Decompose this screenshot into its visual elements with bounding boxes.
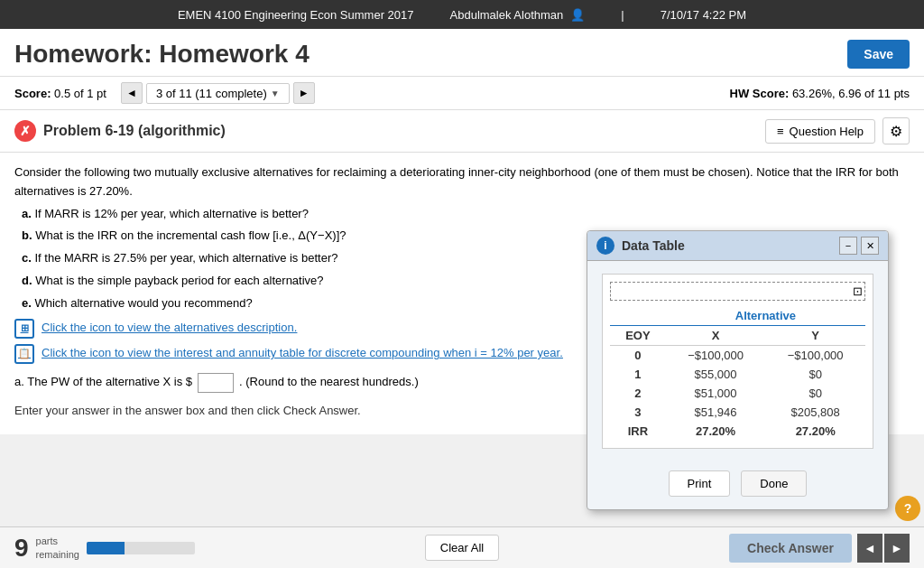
question-help-button[interactable]: ≡ Question Help	[765, 119, 875, 144]
page-title: Homework: Homework 4	[14, 40, 310, 69]
problem-status-icon: ✗	[14, 120, 36, 142]
eoy-col-header	[610, 306, 666, 326]
nav-label[interactable]: 3 of 11 (11 complete) ▼	[146, 83, 290, 104]
course-title: EMEN 4100 Engineering Econ Summer 2017	[178, 8, 414, 22]
y-1: $0	[765, 365, 865, 384]
top-bar: EMEN 4100 Engineering Econ Summer 2017 A…	[0, 0, 924, 29]
score-label: Score: 0.5 of 1 pt	[14, 87, 106, 100]
gear-icon: ⚙	[890, 123, 902, 140]
y-header: Y	[765, 326, 865, 346]
user-info: Abdulmalek Alothman 👤	[450, 8, 586, 22]
alternative-header: Alternative	[666, 306, 865, 326]
clear-all-button[interactable]: Clear All	[425, 535, 499, 561]
user-icon: 👤	[570, 8, 585, 22]
y-2: $0	[765, 384, 865, 403]
list-icon: ≡	[777, 125, 784, 138]
table-row: 0 −$100,000 −$100,000	[610, 346, 865, 366]
popup-header: i Data Table − ✕	[587, 231, 888, 261]
x-header: X	[666, 326, 766, 346]
dropdown-arrow-icon: ▼	[271, 88, 280, 98]
nav-prev-button[interactable]: ◄	[121, 82, 143, 104]
settings-button[interactable]: ⚙	[882, 117, 910, 144]
progress-bar-fill	[87, 542, 125, 554]
progress-bar	[87, 542, 195, 554]
x-1: $55,000	[666, 365, 766, 384]
eoy-3: 3	[610, 403, 666, 422]
popup-footer: Print Done	[587, 461, 888, 509]
username: Abdulmalek Alothman	[450, 8, 564, 22]
resize-handle[interactable]: ⊡	[610, 282, 865, 301]
datetime: 7/10/17 4:22 PM	[661, 8, 746, 22]
popup-header-left: i Data Table	[596, 237, 685, 255]
check-answer-button[interactable]: Check Answer	[729, 534, 852, 563]
separator: |	[621, 8, 624, 22]
nav-next-button[interactable]: ►	[293, 82, 315, 104]
score-row: Score: 0.5 of 1 pt ◄ 3 of 11 (11 complet…	[0, 77, 924, 110]
alternatives-table-icon: ⊞	[14, 319, 34, 339]
table-row: 3 $51,946 $205,808	[610, 403, 865, 422]
help-button[interactable]: ?	[895, 496, 920, 521]
x-3: $51,946	[666, 403, 766, 422]
score-left: Score: 0.5 of 1 pt ◄ 3 of 11 (11 complet…	[14, 82, 315, 104]
bottom-bar: 9 parts remaining Clear All Check Answer…	[0, 526, 924, 568]
popup-controls: − ✕	[839, 237, 879, 255]
answer-suffix: . (Round to the nearest hundreds.)	[239, 373, 419, 392]
x-2: $51,000	[666, 384, 766, 403]
irr-x: 27.20%	[666, 422, 766, 441]
irr-label: IRR	[610, 422, 666, 441]
data-table-popup: i Data Table − ✕ ⊡ Alternative EOY	[587, 230, 889, 510]
eoy-header: EOY	[610, 326, 666, 346]
bottom-nav: ◄ ►	[857, 534, 910, 563]
parts-label: parts remaining	[36, 535, 79, 561]
problem-header: ✗ Problem 6-19 (algorithmic) ≡ Question …	[0, 110, 924, 153]
table-row: 1 $55,000 $0	[610, 365, 865, 384]
y-0: −$100,000	[765, 346, 865, 366]
nav-controls: ◄ 3 of 11 (11 complete) ▼ ►	[121, 82, 315, 104]
table-row: 2 $51,000 $0	[610, 384, 865, 403]
popup-body: ⊡ Alternative EOY X Y 0	[587, 261, 888, 461]
irr-y: 27.20%	[765, 422, 865, 441]
parts-remaining: 9 parts remaining	[14, 534, 195, 563]
hw-score: HW Score: 63.26%, 6.96 of 11 pts	[730, 87, 910, 100]
minimize-button[interactable]: −	[839, 237, 857, 255]
bottom-nav-next[interactable]: ►	[884, 534, 910, 563]
eoy-2: 2	[610, 384, 666, 403]
x-0: −$100,000	[666, 346, 766, 366]
eoy-1: 1	[610, 365, 666, 384]
answer-input[interactable]	[198, 373, 234, 393]
resize-icon: ⊡	[853, 284, 863, 298]
parts-count: 9	[14, 534, 29, 563]
close-button[interactable]: ✕	[861, 237, 879, 255]
inner-table-container: ⊡ Alternative EOY X Y 0	[602, 274, 873, 449]
info-icon: i	[596, 237, 614, 255]
data-table: Alternative EOY X Y 0 −$100,000 −$100,00…	[610, 306, 865, 441]
bottom-right-controls: Check Answer ◄ ►	[729, 534, 910, 563]
alternatives-link-text: Click the icon to view the alternatives …	[42, 319, 297, 338]
irr-row: IRR 27.20% 27.20%	[610, 422, 865, 441]
done-button[interactable]: Done	[741, 470, 807, 497]
bottom-nav-prev[interactable]: ◄	[857, 534, 882, 563]
answer-prefix: a. The PW of the alternative X is $	[14, 373, 192, 392]
interest-table-link-text: Click the icon to view the interest and …	[42, 344, 563, 363]
eoy-0: 0	[610, 346, 666, 366]
y-3: $205,808	[765, 403, 865, 422]
print-button[interactable]: Print	[669, 470, 731, 497]
problem-title-area: ✗ Problem 6-19 (algorithmic)	[14, 120, 226, 142]
question-a: a. If MARR is 12% per year, which altern…	[22, 205, 910, 224]
popup-title: Data Table	[622, 238, 685, 253]
problem-tools: ≡ Question Help ⚙	[765, 117, 910, 144]
header-row: Homework: Homework 4 Save	[0, 29, 924, 77]
problem-title: Problem 6-19 (algorithmic)	[43, 123, 226, 139]
save-button[interactable]: Save	[847, 40, 910, 69]
interest-table-icon: 📋	[14, 344, 34, 364]
problem-description: Consider the following two mutually excl…	[14, 163, 910, 201]
